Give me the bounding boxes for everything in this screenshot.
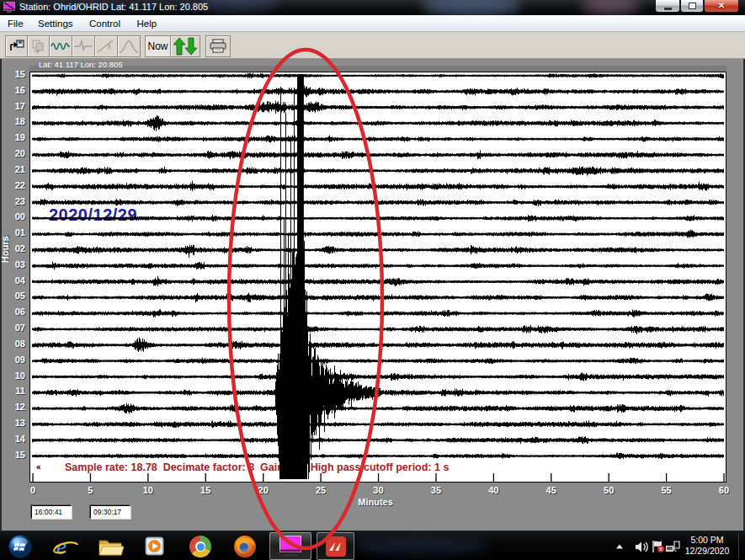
toolbar: Now [0,32,745,59]
taskbar-internet-explorer[interactable]: e [51,534,80,559]
hour-label: 15 [0,69,25,79]
minimize-icon [664,8,672,10]
pulse-icon [73,39,93,54]
waveform-view-button[interactable] [49,35,72,57]
seismograph-app-icon [278,535,303,557]
hour-label: 00 [0,211,25,221]
network-icon [665,541,680,553]
minute-label: 35 [423,485,449,495]
close-button[interactable]: ✕ [704,0,739,13]
tray-volume[interactable] [632,534,651,559]
internet-explorer-icon: e [52,534,79,559]
seismogram-canvas [30,72,726,482]
taskbar-seismograph-app-active[interactable] [269,532,311,560]
plot-coords-label: Lat: 41.117 Lon: 20.805 [39,60,123,69]
tray-show-hidden-icons[interactable] [611,534,628,559]
pulse-view-button-disabled[interactable] [72,35,95,57]
hour-label: 20 [0,148,25,158]
hour-label: 02 [0,243,25,253]
tray-network[interactable] [665,534,680,559]
hour-label: 11 [0,386,25,396]
ramp-view-button-disabled[interactable] [94,35,118,57]
hour-label: 21 [0,164,25,174]
plot-top-shadow [29,66,726,72]
window-title: Station: Ohrid/OHRID Lat: 41.117 Lon: 20… [19,2,208,12]
scroll-up-down-button[interactable] [170,35,200,57]
titlebar-glass-blob [202,0,278,13]
minute-label: 0 [20,485,45,495]
hour-label: 01 [0,227,25,237]
copy-button-disabled[interactable] [27,35,50,57]
up-down-arrows-icon [173,37,198,56]
taskbar-remote-app[interactable] [317,532,354,560]
close-icon: ✕ [718,2,725,10]
hour-label: 16 [0,85,25,95]
show-desktop-button[interactable] [738,533,739,559]
hour-label: 19 [0,132,25,142]
hour-label: 12 [0,402,25,412]
hour-label: 07 [0,323,25,333]
minute-label: 60 [711,485,737,495]
taskbar-file-explorer[interactable] [96,534,125,559]
taskbar: e [0,531,745,560]
hour-label: 18 [0,116,25,126]
clock-time: 5:00 PM [680,535,734,546]
copy-icon [30,39,47,54]
now-button[interactable]: Now [145,35,171,57]
firefox-icon [232,534,258,559]
tray-action-center[interactable] [649,534,666,559]
menu-help[interactable]: Help [136,19,158,29]
up-arrow-icon [615,543,624,550]
taskbar-chrome[interactable] [186,534,215,559]
hour-label: 14 [0,434,25,444]
hour-label: 08 [0,339,25,349]
taskbar-firefox[interactable] [231,534,259,559]
screen: Station: Ohrid/OHRID Lat: 41.117 Lon: 20… [0,0,745,560]
taskbar-clock[interactable]: 5:00 PM 12/29/2020 [680,535,734,557]
maximize-button[interactable] [680,0,704,13]
windows-start-icon [8,534,33,559]
chrome-icon [189,536,211,557]
menu-control[interactable]: Control [88,19,121,29]
clock-date: 12/29/2020 [680,546,734,557]
time-field-left[interactable]: 16:00:41 [31,505,72,519]
minimize-button[interactable] [655,0,680,13]
speaker-icon [635,541,649,553]
titlebar-glass-blob [581,0,640,15]
hour-label: 17 [0,101,25,111]
hour-label: 10 [0,371,25,381]
minute-label: 10 [136,485,161,495]
open-file-button[interactable] [5,35,28,57]
flag-icon [651,540,665,553]
titlebar-glass-blob [421,0,522,15]
minute-label: 15 [193,485,218,495]
hour-label: 03 [0,259,25,269]
hour-label: 05 [0,291,25,301]
taskbar-media-player[interactable] [141,534,169,559]
bell-curve-button-disabled[interactable] [117,35,141,57]
menu-settings[interactable]: Settings [37,19,74,29]
app-icon [3,2,15,13]
minutes-axis-label: Minutes [354,497,397,507]
minute-label: 5 [77,485,103,495]
folder-icon [97,534,124,559]
taskbar-sheen [354,536,488,555]
hour-label: 23 [0,196,25,206]
minute-label: 20 [251,485,276,495]
start-button[interactable] [6,534,35,559]
open-file-icon [8,39,25,54]
hour-label: 06 [0,307,25,317]
print-button[interactable] [205,35,231,57]
menu-file[interactable]: File [7,19,24,29]
hour-label: 04 [0,275,25,285]
title-bar[interactable]: Station: Ohrid/OHRID Lat: 41.117 Lon: 20… [0,0,745,15]
hour-label: 15 [0,450,25,460]
time-field-right[interactable]: 09:30:17 [90,505,130,519]
minute-label: 30 [365,485,391,495]
hour-label: 13 [0,418,25,428]
minute-label: 55 [654,485,679,495]
minute-label: 45 [539,485,564,495]
minute-label: 50 [596,485,621,495]
minute-label: 40 [481,485,506,495]
minute-label: 25 [308,485,333,495]
